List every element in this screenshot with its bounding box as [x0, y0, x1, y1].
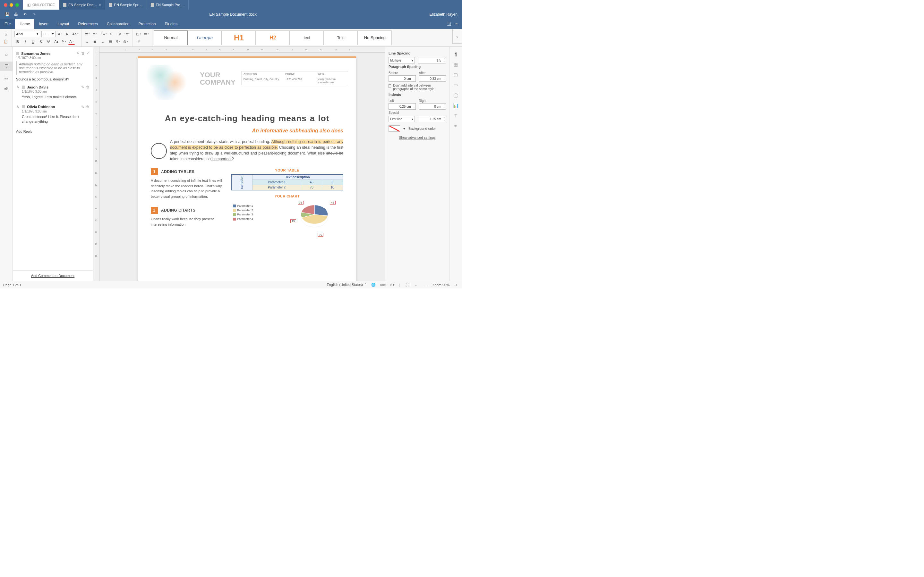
menu-collaboration[interactable]: Collaboration — [102, 19, 134, 29]
chart-icon[interactable]: 📊 — [453, 103, 459, 108]
shading-icon[interactable]: ◍ — [123, 39, 129, 45]
special-indent-input[interactable]: 1.25 cm — [418, 116, 446, 122]
style-h2[interactable]: H2 — [256, 31, 290, 45]
edit-icon[interactable]: ✎ — [81, 105, 84, 109]
line-spacing-mode-select[interactable]: Multiple▾ — [389, 57, 415, 63]
search-icon[interactable]: ⌕ — [3, 51, 9, 57]
menu-plugins[interactable]: Plugins — [160, 19, 182, 29]
shrink-font-icon[interactable]: A↓ — [65, 31, 71, 37]
menu-insert[interactable]: Insert — [34, 19, 53, 29]
page[interactable]: YOURCOMPANY ADDRESS PHONE WEB Building, … — [138, 56, 356, 281]
textart-icon[interactable]: T — [453, 113, 459, 119]
menu-file[interactable]: File — [0, 19, 15, 29]
highlight-color-icon[interactable]: ✎ — [61, 39, 67, 45]
edit-icon[interactable]: ✎ — [76, 51, 79, 55]
align-right-icon[interactable]: ≡ — [99, 39, 106, 45]
no-interval-checkbox[interactable]: Don't add interval between paragraphs of… — [389, 84, 446, 91]
user-name[interactable]: Elizabeth Rayen — [425, 12, 462, 17]
add-comment-link[interactable]: Add Comment to Document — [31, 274, 75, 277]
menu-layout[interactable]: Layout — [53, 19, 73, 29]
page-indicator[interactable]: Page 1 of 1 — [3, 283, 21, 287]
bg-color-swatch[interactable] — [389, 125, 400, 132]
style-text[interactable]: Text — [324, 31, 358, 45]
style-normal[interactable]: Normal — [153, 31, 188, 45]
hamburger-icon[interactable]: ≡ — [455, 22, 457, 26]
font-color-icon[interactable]: A — [68, 39, 75, 45]
paste-icon[interactable]: 📋 — [3, 39, 9, 45]
track-changes-icon[interactable]: ✐▾ — [390, 282, 395, 287]
superscript-icon[interactable]: A² — [45, 39, 52, 45]
delete-icon[interactable]: 🗑 — [86, 105, 89, 109]
table-icon[interactable]: ▦ — [453, 61, 459, 67]
feedback-icon[interactable]: 🕬 — [3, 86, 9, 92]
font-family-select[interactable]: Arial▾ — [15, 31, 40, 37]
line-spacing-icon[interactable]: ↕≡ — [124, 31, 130, 37]
style-text[interactable]: text — [290, 31, 324, 45]
style-no-spacing[interactable]: No Spacing — [358, 31, 392, 45]
doc-tab-3[interactable]: EN Sample Pre… — [147, 0, 189, 10]
delete-icon[interactable]: 🗑 — [81, 51, 85, 55]
save-icon[interactable]: 💾 — [5, 12, 10, 17]
special-indent-select[interactable]: First line▾ — [389, 116, 415, 122]
resolve-icon[interactable]: ✓ — [87, 51, 89, 55]
change-case-icon[interactable]: Aa — [72, 31, 79, 37]
paragraph-icon[interactable]: ¶ — [453, 51, 459, 57]
delete-icon[interactable]: 🗑 — [86, 85, 89, 89]
header-footer-icon[interactable]: ▭ — [453, 82, 459, 88]
document-canvas[interactable]: YOURCOMPANY ADDRESS PHONE WEB Building, … — [99, 47, 385, 281]
edit-icon[interactable]: ✎ — [81, 85, 84, 89]
justify-icon[interactable]: ▤ — [107, 39, 113, 45]
align-left-icon[interactable]: ≡ — [84, 39, 90, 45]
fit-width-icon[interactable]: ↔ — [414, 282, 419, 287]
undo-icon[interactable]: ↶ — [23, 12, 27, 17]
style-gallery-more[interactable]: ⌄ — [452, 29, 462, 44]
add-reply-link[interactable]: Add Reply — [16, 129, 32, 133]
set-lang-icon[interactable]: 🌐 — [371, 282, 376, 287]
outdent-icon[interactable]: ⇤ — [108, 31, 115, 37]
doc-tab-2[interactable]: EN Sample Spr… — [105, 0, 147, 10]
grow-font-icon[interactable]: A↑ — [57, 31, 63, 37]
align-center-icon[interactable]: ☰ — [92, 39, 98, 45]
insert-shape-icon[interactable]: ◳ — [136, 31, 142, 37]
line-spacing-value-input[interactable]: 1.5 — [418, 57, 446, 63]
signature-icon[interactable]: ✒ — [453, 123, 459, 129]
style-h1[interactable]: H1 — [222, 31, 256, 45]
shape-icon[interactable]: ◯ — [453, 92, 459, 98]
copy-icon[interactable]: ⎘ — [3, 31, 9, 37]
menu-protection[interactable]: Protection — [134, 19, 160, 29]
menu-home[interactable]: Home — [15, 19, 34, 29]
strike-icon[interactable]: S — [37, 39, 44, 45]
subscript-icon[interactable]: A₂ — [53, 39, 59, 45]
spacing-before-input[interactable]: 0 cm — [389, 75, 416, 82]
spacing-after-input[interactable]: 0.33 cm — [419, 75, 446, 82]
comments-panel-icon[interactable]: 🗨 — [0, 61, 13, 71]
fit-page-icon[interactable]: ⛶ — [405, 282, 409, 287]
menu-references[interactable]: References — [73, 19, 102, 29]
image-icon[interactable]: ▢ — [453, 72, 459, 77]
language-select[interactable]: English (United States) ⌃ — [326, 283, 367, 287]
advanced-settings-link[interactable]: Show advanced settings — [389, 135, 446, 139]
insert-object-icon[interactable]: ▭ — [143, 31, 150, 37]
multilevel-icon[interactable]: ⋮≡ — [99, 31, 107, 37]
style-georgia[interactable]: Georgia — [188, 31, 222, 45]
indent-left-input[interactable]: -0.25 cm — [389, 103, 416, 110]
open-location-icon[interactable]: ⿹ — [447, 22, 451, 26]
zoom-out-icon[interactable]: − — [423, 282, 428, 287]
close-icon[interactable]: × — [99, 3, 101, 7]
vertical-ruler[interactable]: 123456789101112131415161718 — [93, 47, 99, 281]
underline-icon[interactable]: U — [30, 39, 36, 45]
minimize-window[interactable] — [10, 3, 13, 7]
bullets-icon[interactable]: ≣ — [84, 31, 90, 37]
zoom-in-icon[interactable]: + — [454, 282, 459, 287]
redo-icon[interactable]: ↷ — [31, 12, 37, 17]
italic-icon[interactable]: I — [22, 39, 29, 45]
numbering-icon[interactable]: ≡ — [92, 31, 98, 37]
bold-icon[interactable]: B — [15, 39, 21, 45]
close-window[interactable] — [4, 3, 7, 7]
headings-panel-icon[interactable]: ☷ — [3, 76, 9, 81]
doc-tab-1[interactable]: EN Sample Doc… × — [59, 0, 105, 10]
indent-right-input[interactable]: 0 cm — [419, 103, 446, 110]
horizontal-ruler[interactable]: 1234567891011121314151617 — [99, 47, 385, 53]
indent-icon[interactable]: ⇥ — [116, 31, 122, 37]
spellcheck-icon[interactable]: abc — [381, 282, 385, 287]
